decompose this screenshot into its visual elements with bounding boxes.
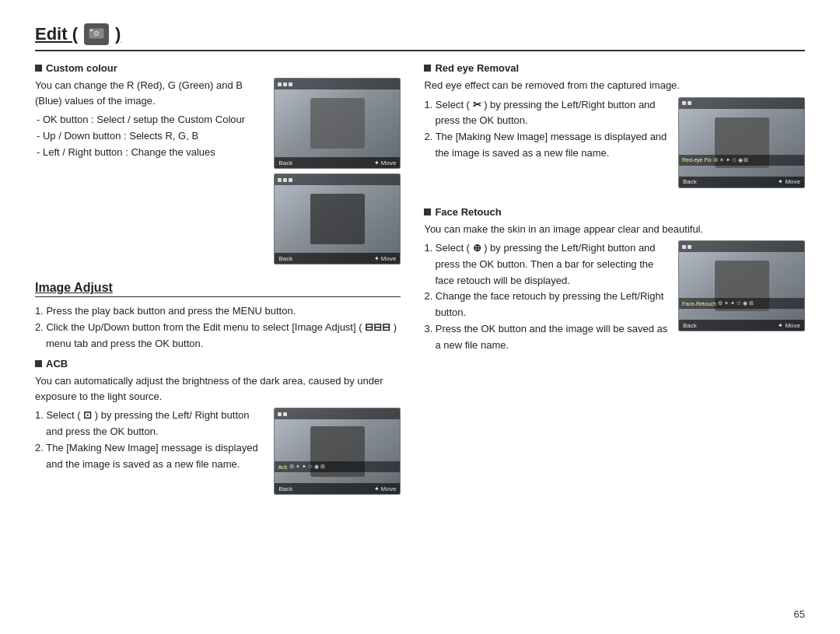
red-eye-thumb: Red-eye Fix ⚙ ✶ ✦ ✩ ◉ ⊞ Back ✦ Move [678,97,805,188]
move-label-2: ✦ Move [374,255,397,262]
custom-colour-section: Custom colour [35,62,401,160]
move-label: ✦ Move [374,159,397,166]
edit-icon [84,23,109,45]
fr-back-label: Back [683,322,697,329]
red-eye-desc: Red eye effect can be removed from the c… [424,78,805,93]
cam-dot-5 [283,178,287,182]
reye-dot-1 [682,101,686,105]
acb-back-label: Back [278,485,292,492]
face-retouch-section: Face Retouch You can make the skin in an… [424,206,805,358]
intro-step-2: 2. Click the Up/Down button from the Edi… [35,320,401,352]
page-title-area: Edit ( ) [35,23,805,45]
image-adjust-intro-steps: 1. Press the play back button and press … [35,303,401,352]
cam-dot-1 [278,82,282,86]
red-eye-title: Red eye Removal [435,62,519,74]
fr-dot-1 [682,245,686,249]
fr-move-label: ✦ Move [778,322,800,329]
acb-thumb: Acb ⚙ ✶ ✦ ✩ ◉ ⊞ Back ✦ Move [274,408,401,495]
couple-silhouette [310,98,365,149]
svg-rect-3 [90,30,93,31]
cam-dot-3 [289,82,292,86]
left-column: Custom colour [35,62,416,499]
red-eye-section: Red eye Removal Red eye effect can be re… [424,62,805,162]
page-number: 65 [794,608,805,620]
face-retouch-heading: Face Retouch [424,206,805,218]
acb-image: Acb ⚙ ✶ ✦ ✩ ◉ ⊞ Back ✦ Move [274,408,401,495]
bullet-icon [35,65,42,72]
acb-dot-2 [283,412,287,416]
red-eye-image: Red-eye Fix ⚙ ✶ ✦ ✩ ◉ ⊞ Back ✦ Move [678,97,805,188]
page: Edit ( ) Custom colour [0,0,840,634]
reye-icons: ⚙ ✶ ✦ ✩ ◉ ⊞ [713,157,749,163]
face-retouch-image: Face-Retouch ⚙ ✶ ✦ ✩ ◉ ⊞ Back ✦ Move [678,240,805,331]
fr-dot-2 [688,245,691,249]
face-retouch-thumb: Face-Retouch ⚙ ✶ ✦ ✩ ◉ ⊞ Back ✦ Move [678,240,805,331]
custom-colour-title: Custom colour [46,62,117,74]
acb-desc: You can automatically adjust the brightn… [35,373,401,404]
custom-colour-heading: Custom colour [35,62,401,74]
reye-back-label: Back [683,178,697,185]
fr-icons: ⚙ ✶ ✦ ✩ ◉ ⊞ [718,300,754,306]
acb-dot-1 [278,412,282,416]
page-title: Edit ( [35,24,78,44]
back-label: Back [278,159,292,166]
image-adjust-title: Image Adjust [35,281,401,297]
custom-colour-images: Back ✦ Move [274,78,401,264]
svg-point-2 [95,32,98,35]
acb-icons: ⚙ ✶ ✦ ✩ ◉ ⊞ [289,464,325,470]
intro-step-1: 1. Press the play back button and press … [35,303,401,320]
title-divider [35,50,805,51]
acb-overlay-label: Acb [278,464,287,470]
image-adjust-section: Image Adjust 1. Press the play back butt… [35,281,401,499]
face-retouch-desc: You can make the skin in an image appear… [424,222,805,237]
face-retouch-bullet [424,208,431,215]
reye-dot-2 [688,101,691,105]
fr-overlay-label: Face-Retouch [682,301,716,306]
cam-dot-4 [278,178,282,182]
custom-colour-image-1: Back ✦ Move [274,78,401,169]
custom-colour-image-2: Back ✦ Move [274,173,401,264]
main-content: Custom colour [35,62,805,499]
cam-dot-6 [289,178,292,182]
right-column: Red eye Removal Red eye effect can be re… [416,62,805,499]
red-eye-heading: Red eye Removal [424,62,805,74]
acb-section: ACB You can automatically adjust the bri… [35,358,401,499]
acb-heading: ACB [35,358,401,370]
reye-move-label: ✦ Move [778,178,800,185]
red-eye-bullet [424,65,431,72]
page-title-close: ) [115,24,121,44]
back-label-2: Back [278,255,292,262]
acb-title: ACB [46,358,68,370]
reye-overlay-label: Red-eye Fix [682,157,712,163]
acb-bullet [35,360,42,367]
face-retouch-title: Face Retouch [435,206,501,218]
acb-move-label: ✦ Move [374,485,397,492]
cam-dot-2 [283,82,287,86]
couple-silhouette-2 [310,194,365,244]
